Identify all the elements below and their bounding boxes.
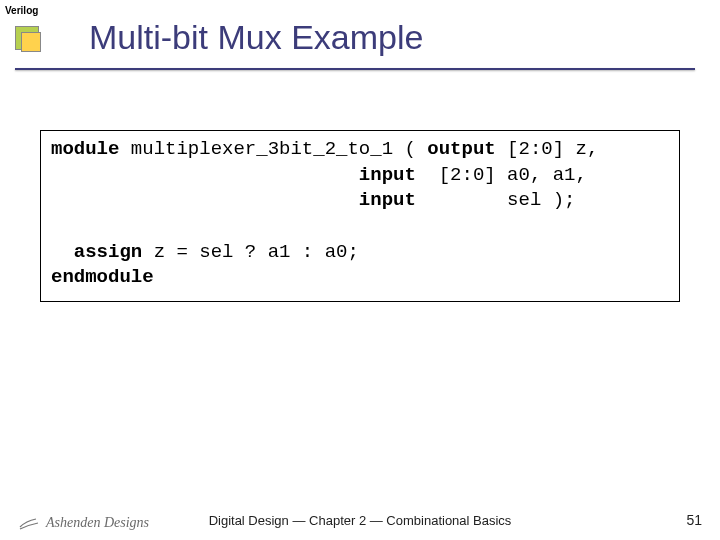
slide-footer: Digital Design — Chapter 2 — Combination…: [209, 513, 512, 528]
logo-text: Ashenden Designs: [46, 515, 149, 531]
code-pad: [51, 189, 359, 211]
logo-mark-icon: [18, 514, 40, 532]
code-pad: [51, 164, 359, 186]
corner-tag: Verilog: [5, 5, 38, 16]
kw-assign: assign: [74, 241, 142, 263]
code-text: multiplexer_3bit_2_to_1 (: [119, 138, 427, 160]
page-number: 51: [686, 512, 702, 528]
code-text: [2:0] a0, a1,: [416, 164, 587, 186]
company-logo: Ashenden Designs: [18, 514, 149, 532]
code-block: module multiplexer_3bit_2_to_1 ( output …: [40, 130, 680, 302]
slide-title-block: Multi-bit Mux Example: [15, 18, 423, 57]
code-text: sel );: [416, 189, 576, 211]
kw-module: module: [51, 138, 119, 160]
kw-output: output: [427, 138, 495, 160]
slide-title: Multi-bit Mux Example: [89, 18, 423, 57]
title-bullet-icon: [15, 26, 39, 50]
code-text: z = sel ? a1 : a0;: [142, 241, 359, 263]
kw-endmodule: endmodule: [51, 266, 154, 288]
code-text: [2:0] z,: [496, 138, 599, 160]
kw-input: input: [359, 164, 416, 186]
kw-input: input: [359, 189, 416, 211]
code-pad: [51, 241, 74, 263]
title-underline: [15, 68, 695, 70]
